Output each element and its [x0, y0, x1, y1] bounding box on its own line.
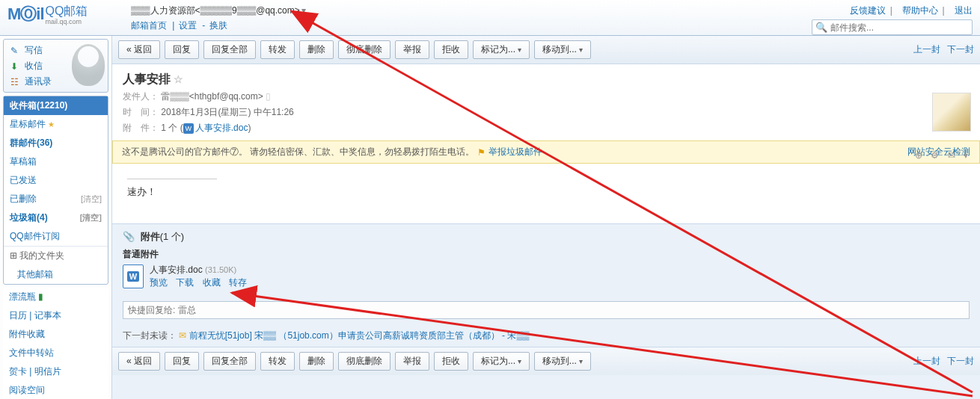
reply-button-bottom[interactable]: 回复 — [165, 352, 199, 371]
warn-icon: ⚑ — [477, 147, 486, 158]
prev-mail-bottom[interactable]: 上一封 — [913, 356, 940, 366]
next-unread-hint[interactable]: 下一封未读： ✉ 前程无忧[51job] 宋▒▒ （51job.com）申请贵公… — [112, 325, 980, 347]
account-display[interactable]: ▒▒▒人力资源部<▒▒▒▒▒9▒▒▒@qq.com>▾ — [131, 4, 306, 17]
folder-group[interactable]: 群邮件(36) — [4, 134, 108, 152]
attach-preview[interactable]: 预览 — [150, 277, 168, 288]
folder-list: 收件箱(12210) 星标邮件 ★ 群邮件(36) 草稿箱 已发送 已删除[清空… — [3, 96, 108, 285]
mail-sender-row: 发件人： 雷▒▒▒<hthgbf@qq.com> ▯ — [123, 90, 970, 103]
link-logout[interactable]: 退出 — [955, 5, 973, 16]
back-button-bottom[interactable]: « 返回 — [118, 352, 160, 371]
doc-file-icon: W — [123, 265, 144, 288]
folder-star[interactable]: 星标邮件 ★ — [4, 115, 108, 134]
star-icon: ★ — [48, 120, 55, 129]
extra-attach-fav[interactable]: 附件收藏 — [3, 325, 108, 344]
chevron-down-icon: ▾ — [301, 5, 306, 16]
sender-badge-icon: ▯ — [266, 91, 271, 102]
link-help[interactable]: 帮助中心 — [902, 5, 938, 16]
folder-draft[interactable]: 草稿箱 — [4, 152, 108, 171]
clear-deleted[interactable]: [清空] — [81, 194, 102, 205]
logo-mark: MⓄil — [7, 3, 44, 25]
mail-body-text: 速办！ — [127, 185, 965, 199]
folder-sent[interactable]: 已发送 — [4, 171, 108, 190]
report-spam-link[interactable]: 举报垃圾邮件 — [489, 146, 542, 158]
attach-transfer[interactable]: 转存 — [229, 277, 247, 288]
mail-subject: 人事安排☆ — [123, 72, 970, 87]
inline-attachment-link[interactable]: 人事安排.doc — [195, 123, 248, 133]
mail-content: « 返回 回复 回复全部 转发 删除 彻底删除 举报 拒收 标记为... 移动到… — [112, 36, 980, 399]
delete-perm-button[interactable]: 彻底删除 — [338, 40, 391, 59]
reply-all-button[interactable]: 回复全部 — [203, 40, 256, 59]
attach-filesize: (31.50K) — [205, 265, 236, 274]
logo-cn: QQ邮箱 — [46, 4, 88, 17]
attach-favorite[interactable]: 收藏 — [203, 277, 221, 288]
sidebar-actions: ✎ 写信 ⬇ 收信 ☷ 通讯录 — [3, 39, 108, 93]
mail-sender: 雷▒▒▒<hthgbf@qq.com> — [161, 91, 263, 102]
mark-dropdown[interactable]: 标记为... — [473, 40, 530, 59]
mail-time: 2018年1月3日(星期三) 中午11:26 — [161, 107, 293, 117]
report-button-bottom[interactable]: 举报 — [395, 352, 429, 371]
attachment-file: W 人事安排.doc (31.50K) 预览 下载 收藏 转存 — [123, 264, 970, 289]
forward-button[interactable]: 转发 — [260, 40, 295, 59]
extra-cards[interactable]: 贺卡 | 明信片 — [3, 362, 108, 381]
move-dropdown-bottom[interactable]: 移动到... — [534, 352, 591, 371]
search-input[interactable] — [830, 22, 969, 33]
back-button[interactable]: « 返回 — [118, 40, 160, 59]
reject-button-bottom[interactable]: 拒收 — [434, 352, 468, 371]
quick-reply — [112, 295, 980, 325]
mail-body: 速办！ — [112, 164, 980, 223]
nav-home[interactable]: 邮箱首页 — [131, 20, 167, 31]
envelope-icon: ✉ — [179, 330, 186, 341]
move-dropdown[interactable]: 移动到... — [534, 40, 591, 59]
delete-perm-button-bottom[interactable]: 彻底删除 — [338, 352, 391, 371]
reply-button[interactable]: 回复 — [165, 40, 199, 59]
report-button[interactable]: 举报 — [395, 40, 429, 59]
bottle-icon: ▮ — [38, 291, 43, 302]
extra-file-transfer[interactable]: 文件中转站 — [3, 344, 108, 362]
forward-button-bottom[interactable]: 转发 — [260, 352, 295, 371]
folder-subscription[interactable]: QQ邮件订阅 — [4, 227, 108, 246]
header-right-links: 反馈建议 | 帮助中心 | 退出 — [844, 4, 973, 17]
logo[interactable]: MⓄil QQ邮箱 mail.qq.com — [7, 3, 88, 25]
penguin-icon — [72, 44, 105, 86]
attach-filename: 人事安排.doc — [150, 265, 203, 275]
extra-drift[interactable]: 漂流瓶 ▮ — [3, 288, 108, 306]
mark-dropdown-bottom[interactable]: 标记为... — [473, 352, 530, 371]
extra-calendar-notes[interactable]: 日历 | 记事本 — [3, 306, 108, 325]
delete-button[interactable]: 删除 — [299, 40, 334, 59]
extra-read-space[interactable]: 阅读空间 — [3, 381, 108, 399]
paperclip-icon: 📎 — [123, 231, 135, 242]
mail-time-row: 时 间： 2018年1月3日(星期三) 中午11:26 — [123, 106, 970, 119]
prev-mail[interactable]: 上一封 — [913, 44, 940, 55]
my-files-group[interactable]: ⊞ 我的文件夹 — [4, 246, 108, 265]
next-mail[interactable]: 下一封 — [947, 44, 974, 55]
attachment-section: 📎 附件(1 个) 普通附件 W 人事安排.doc (31.50K) 预览 下载… — [112, 223, 980, 295]
receive-icon: ⬇ — [8, 61, 20, 72]
folder-trash[interactable]: 垃圾箱(4)[清空] — [4, 208, 108, 227]
attach-download[interactable]: 下载 — [176, 277, 194, 288]
app-header: MⓄil QQ邮箱 mail.qq.com ▒▒▒人力资源部<▒▒▒▒▒9▒▒▒… — [0, 0, 980, 36]
next-mail-bottom[interactable]: 下一封 — [947, 356, 974, 366]
sender-avatar[interactable] — [932, 93, 971, 132]
contacts-icon: ☷ — [8, 76, 20, 88]
star-toggle[interactable]: ☆ — [174, 73, 183, 85]
search-icon: 🔍 — [815, 22, 827, 33]
folder-deleted[interactable]: 已删除[清空] — [4, 190, 108, 208]
link-feedback[interactable]: 反馈建议 — [850, 5, 886, 16]
reject-button[interactable]: 拒收 — [434, 40, 468, 59]
search-box[interactable]: 🔍 — [812, 19, 973, 35]
warning-text: 这不是腾讯公司的官方邮件⑦。 请勿轻信密保、汇款、中奖信息，勿轻易拨打陌生电话。 — [122, 146, 474, 158]
delete-button-bottom[interactable]: 删除 — [299, 352, 334, 371]
folder-other-mail[interactable]: 其他邮箱 — [4, 265, 108, 284]
nav-skin[interactable]: 换肤 — [209, 20, 227, 31]
reply-all-button-bottom[interactable]: 回复全部 — [203, 352, 256, 371]
nav-settings[interactable]: 设置 — [179, 20, 197, 31]
warning-bar: 这不是腾讯公司的官方邮件⑦。 请勿轻信密保、汇款、中奖信息，勿轻易拨打陌生电话。… — [112, 140, 980, 164]
sidebar-extras: 漂流瓶 ▮ 日历 | 记事本 附件收藏 文件中转站 贺卡 | 明信片 阅读空间 — [3, 288, 108, 399]
next-unread-subject[interactable]: 前程无忧[51job] 宋▒▒ （51job.com）申请贵公司高薪诚聘资质部主… — [189, 330, 530, 341]
mail-tools[interactable]: ⊕ ⚙ ✉ ▾ — [915, 150, 971, 161]
clear-trash[interactable]: [清空] — [80, 212, 102, 223]
folder-inbox[interactable]: 收件箱(12210) — [4, 96, 108, 115]
quick-reply-input[interactable] — [123, 301, 970, 319]
mail-attach-row: 附 件： 1 个 (W人事安排.doc) — [123, 122, 970, 134]
attachment-title: 📎 附件(1 个) — [123, 230, 970, 244]
